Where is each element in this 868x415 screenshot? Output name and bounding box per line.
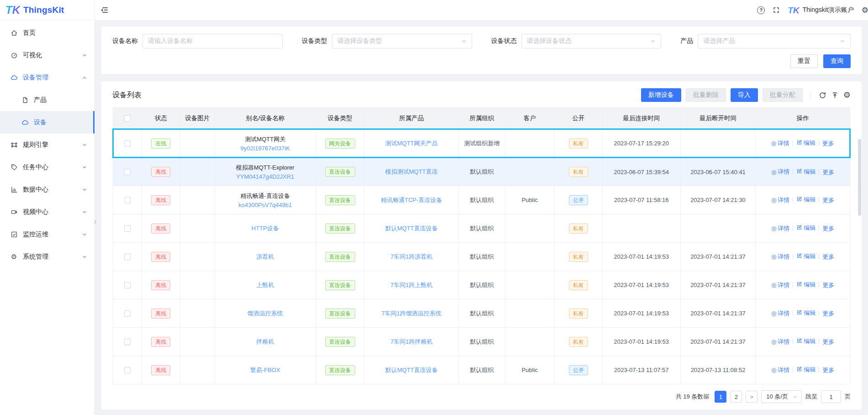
row-checkbox[interactable] [124, 169, 131, 175]
sidebar-item-product[interactable]: 产品 [0, 89, 95, 111]
cell-visibility: 私有 [554, 271, 602, 299]
row-checkbox[interactable] [124, 140, 131, 147]
product-link[interactable]: 测试MQTT网关产品 [385, 140, 438, 147]
detail-action[interactable]: ◎详情 [771, 196, 789, 204]
fullscreen-icon[interactable] [773, 6, 780, 14]
row-checkbox[interactable] [124, 367, 131, 373]
help-icon[interactable]: ? [757, 6, 765, 14]
more-action[interactable]: 更多 [822, 224, 834, 233]
vertical-scrollbar[interactable] [858, 139, 861, 216]
detail-action[interactable]: ◎详情 [771, 338, 789, 346]
sidebar-item-visualization[interactable]: 可视化 [0, 44, 95, 66]
product-link[interactable]: 默认MQTT直连设备 [385, 367, 438, 373]
refresh-icon[interactable] [819, 91, 826, 99]
edit-action-icon [796, 338, 802, 345]
edit-action[interactable]: 编辑 [796, 168, 815, 176]
batch-delete-button[interactable]: 批量删除 [686, 88, 726, 102]
detail-action[interactable]: ◎详情 [771, 309, 789, 318]
cell-image [180, 271, 215, 299]
product-link[interactable]: 7车间1跨拌粮机 [390, 338, 432, 345]
detail-action[interactable]: ◎详情 [771, 224, 789, 233]
device-type-select[interactable]: 请选择设备类型 [332, 34, 472, 48]
sidebar-item-monitor-ops[interactable]: 监控运维 [0, 223, 95, 245]
row-checkbox[interactable] [124, 339, 131, 345]
device-name-link[interactable]: ko4300PsV7q449b1 [238, 202, 292, 208]
more-action[interactable]: 更多 [822, 168, 834, 176]
edit-action[interactable]: 编辑 [796, 337, 815, 346]
more-action[interactable]: 更多 [822, 253, 834, 261]
edit-action[interactable]: 编辑 [796, 139, 815, 147]
sidebar-item-label: 系统管理 [23, 253, 48, 261]
batch-assign-button[interactable]: 批量分配 [763, 88, 803, 102]
device-name-input[interactable]: 请输入设备名称 [142, 34, 283, 48]
detail-action[interactable]: ◎详情 [771, 281, 789, 289]
device-name-link[interactable]: 上甑机 [256, 282, 274, 288]
select-all-checkbox[interactable] [124, 115, 131, 122]
device-name-link[interactable]: 9y02I19767e037iK [241, 145, 290, 152]
row-checkbox[interactable] [124, 197, 131, 203]
next-page-button[interactable]: > [746, 391, 758, 403]
reset-button[interactable]: 重置 [790, 54, 818, 68]
page-button-2[interactable]: 2 [730, 391, 742, 403]
product-link[interactable]: 7车间1跨馏酒温控系统 [381, 310, 441, 317]
more-action[interactable]: 更多 [822, 196, 834, 204]
menu-fold-icon[interactable] [100, 6, 109, 14]
column-settings-icon[interactable]: ⚙ [843, 91, 851, 99]
cell-disconnect: 2023-07-07 14:21:30 [680, 186, 756, 214]
sidebar-item-rule-engine[interactable]: 规则引擎 [0, 133, 95, 156]
import-button[interactable]: 导入 [731, 88, 758, 102]
device-status-select[interactable]: 请选择设备状态 [521, 34, 662, 48]
device-name-link[interactable]: 馏酒温控系统 [247, 310, 283, 317]
sidebar-item-data-center[interactable]: 数据中心 [0, 178, 95, 201]
device-name-link[interactable]: HTTP设备 [252, 225, 279, 232]
more-action[interactable]: 更多 [822, 281, 834, 289]
settings-gear-icon[interactable]: ⚙ [862, 5, 868, 15]
edit-action[interactable]: 编辑 [796, 252, 815, 261]
sidebar-item-task-center[interactable]: 任务中心 [0, 156, 95, 178]
detail-action[interactable]: ◎详情 [771, 253, 789, 261]
product-link[interactable]: 7车间1跨凉茬机 [390, 253, 432, 260]
sidebar-item-device[interactable]: 设备 [0, 111, 95, 133]
more-action[interactable]: 更多 [822, 309, 834, 318]
product-link[interactable]: 默认MQTT直连设备 [385, 225, 438, 232]
product-link[interactable]: 模拟测试MQTT直连 [385, 168, 438, 175]
device-name-link[interactable]: YYM04147g4D2JXR1 [236, 173, 294, 180]
cell-org: 默认组织 [458, 356, 505, 384]
row-checkbox[interactable] [124, 254, 131, 260]
detail-action[interactable]: ◎详情 [771, 366, 789, 374]
edit-action[interactable]: 编辑 [796, 309, 815, 317]
more-action[interactable]: 更多 [822, 139, 834, 148]
action-divider [819, 169, 819, 175]
product-link[interactable]: 精讯畅通TCP-直连设备 [381, 197, 442, 203]
edit-action[interactable]: 编辑 [796, 196, 815, 204]
more-action[interactable]: 更多 [822, 366, 834, 374]
page-size-select[interactable]: 10 条/页 [761, 390, 802, 403]
add-device-button[interactable]: 新增设备 [641, 88, 681, 102]
page-button-1[interactable]: 1 [715, 391, 726, 403]
device-name-link[interactable]: 繁易-FBOX [250, 367, 280, 373]
sidebar-item-device-management[interactable]: 设备管理 [0, 66, 95, 89]
edit-action[interactable]: 编辑 [796, 281, 815, 289]
product-select[interactable]: 请选择产品 [698, 34, 851, 48]
table-toolbar: 设备列表 新增设备 批量删除 导入 批量分配 ⚙ [112, 81, 851, 107]
search-button[interactable]: 查询 [823, 54, 851, 68]
row-checkbox[interactable] [124, 225, 131, 232]
edit-action[interactable]: 编辑 [796, 366, 815, 374]
more-action[interactable]: 更多 [822, 338, 834, 346]
row-checkbox[interactable] [124, 310, 131, 317]
detail-action[interactable]: ◎详情 [771, 139, 789, 148]
sidebar-item-home[interactable]: 首页 [0, 21, 95, 44]
product-link[interactable]: 7车间1跨上甑机 [390, 282, 432, 288]
account-menu[interactable]: TK Thingskit演示账户 [788, 6, 853, 15]
row-checkbox[interactable] [124, 282, 131, 288]
sidebar-item-system-management[interactable]: ⚙系统管理 [0, 245, 95, 268]
sidebar-collapse-handle[interactable] [92, 214, 98, 229]
edit-action[interactable]: 编辑 [796, 224, 815, 232]
export-icon[interactable] [831, 91, 839, 99]
device-name-link[interactable]: 凉茬机 [256, 253, 274, 260]
app-logo[interactable]: TK ThingsKit [0, 0, 95, 20]
device-name-link[interactable]: 拌粮机 [256, 338, 274, 345]
jump-page-input[interactable] [821, 390, 841, 403]
detail-action[interactable]: ◎详情 [771, 168, 789, 176]
sidebar-item-video-center[interactable]: 视频中心 [0, 201, 95, 223]
